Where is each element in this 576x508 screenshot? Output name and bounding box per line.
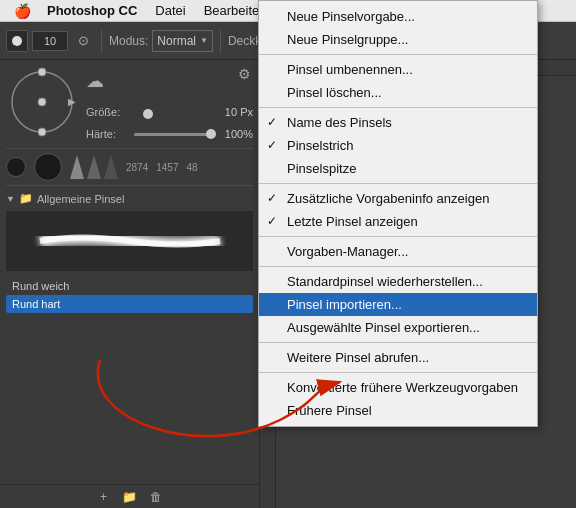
brush-stroke-svg <box>30 230 230 252</box>
hardness-slider-value: 100% <box>217 128 253 140</box>
size-slider-label: Größe: <box>86 106 128 118</box>
brush-item-rund-weich[interactable]: Rund weich <box>6 277 253 295</box>
section-label: Allgemeine Pinsel <box>37 193 124 205</box>
menu-item-restore[interactable]: Standardpinsel wiederherstellen... <box>259 270 537 293</box>
menu-item-convert[interactable]: Konvertierte frühere Werkzeugvorgaben <box>259 376 537 399</box>
brush-item-rund-hart[interactable]: Rund hart <box>6 295 253 313</box>
folder-icon: 📁 <box>19 192 33 205</box>
menu-item-show-name[interactable]: Name des Pinsels <box>259 111 537 134</box>
menu-item-get-more[interactable]: Weitere Pinsel abrufen... <box>259 346 537 369</box>
menu-item-manager[interactable]: Vorgaben-Manager... <box>259 240 537 263</box>
svg-point-2 <box>38 128 46 136</box>
section-collapse-arrow: ▼ <box>6 194 15 204</box>
brush-count-3: 48 <box>187 162 198 173</box>
brush-size-input[interactable]: 10 <box>32 31 68 51</box>
brush-tip-icon2 <box>87 155 101 179</box>
menu-item-show-extra[interactable]: Zusätzliche Vorgabeninfo anzeigen <box>259 187 537 210</box>
brush-panel: ▶ ☁ Größe: 10 Px <box>0 60 260 508</box>
svg-text:▶: ▶ <box>68 96 76 107</box>
menu-separator-3 <box>259 183 537 184</box>
main-layout: ▶ ☁ Größe: 10 Px <box>0 60 576 508</box>
mode-dropdown-arrow: ▼ <box>200 36 208 45</box>
apple-menu[interactable]: 🍎 <box>8 3 37 19</box>
cloud-icon: ☁ <box>86 70 104 92</box>
brush-settings-gear-icon[interactable]: ⚙ <box>238 66 251 82</box>
panel-bottom-bar: + 📁 🗑 <box>0 484 259 508</box>
toolbar-separator-1 <box>101 30 102 52</box>
add-brush-icon[interactable]: + <box>94 487 114 507</box>
brush-count-1: 2874 <box>126 162 148 173</box>
context-menu: Neue Pinselvorgabe... Neue Pinselgruppe.… <box>258 0 538 427</box>
svg-point-1 <box>38 68 46 76</box>
section-header[interactable]: ▼ 📁 Allgemeine Pinsel <box>6 192 253 205</box>
menu-separator-6 <box>259 342 537 343</box>
menu-separator-1 <box>259 54 537 55</box>
svg-point-3 <box>38 98 46 106</box>
mode-label: Modus: <box>109 34 148 48</box>
hardness-slider-row: Härte: 100% <box>86 128 253 140</box>
brush-sample-medium[interactable] <box>34 153 62 181</box>
size-slider-value: 10 Px <box>217 106 253 118</box>
hardness-slider-label: Härte: <box>86 128 128 140</box>
brush-count-2: 1457 <box>156 162 178 173</box>
brush-circle-preview: ▶ <box>6 66 78 138</box>
brush-controls-area: ▶ ☁ Größe: 10 Px <box>6 66 253 140</box>
delete-brush-icon[interactable]: 🗑 <box>146 487 166 507</box>
menu-item-import[interactable]: Pinsel importieren... <box>259 293 537 316</box>
menu-item-delete[interactable]: Pinsel löschen... <box>259 81 537 104</box>
menu-separator-5 <box>259 266 537 267</box>
menu-separator-4 <box>259 236 537 237</box>
tablet-pressure-icon[interactable]: ⊙ <box>72 30 94 52</box>
menu-separator-7 <box>259 372 537 373</box>
brush-tip-icon3 <box>104 155 118 179</box>
menu-item-show-recent[interactable]: Letzte Pinsel anzeigen <box>259 210 537 233</box>
folder-create-icon[interactable]: 📁 <box>120 487 140 507</box>
menu-datei[interactable]: Datei <box>147 1 193 20</box>
menu-item-show-tip[interactable]: Pinselspitze <box>259 157 537 180</box>
menu-item-show-stroke[interactable]: Pinselstrich <box>259 134 537 157</box>
menu-item-legacy[interactable]: Frühere Pinsel <box>259 399 537 422</box>
brush-sample-tips <box>70 155 118 179</box>
menu-item-new-preset[interactable]: Neue Pinselvorgabe... <box>259 5 537 28</box>
menu-item-new-group[interactable]: Neue Pinselgruppe... <box>259 28 537 51</box>
brush-sliders: ☁ Größe: 10 Px Härte: <box>86 70 253 140</box>
menu-item-export[interactable]: Ausgewählte Pinsel exportieren... <box>259 316 537 339</box>
menu-item-rename[interactable]: Pinsel umbenennen... <box>259 58 537 81</box>
brush-sample-small[interactable] <box>6 157 26 177</box>
menu-separator-2 <box>259 107 537 108</box>
hardness-slider-track[interactable] <box>134 133 211 136</box>
app-name: Photoshop CC <box>39 1 145 20</box>
toolbar-separator-2 <box>220 30 221 52</box>
brush-preview-button[interactable] <box>6 30 28 52</box>
size-slider-row: Größe: 10 Px <box>86 106 253 118</box>
mode-dropdown[interactable]: Normal ▼ <box>152 30 213 52</box>
brush-tip-icon <box>70 155 84 179</box>
brush-samples-row: 2874 1457 48 <box>6 148 253 186</box>
brush-stroke-preview-area <box>6 211 253 271</box>
brush-dot-icon <box>12 36 22 46</box>
